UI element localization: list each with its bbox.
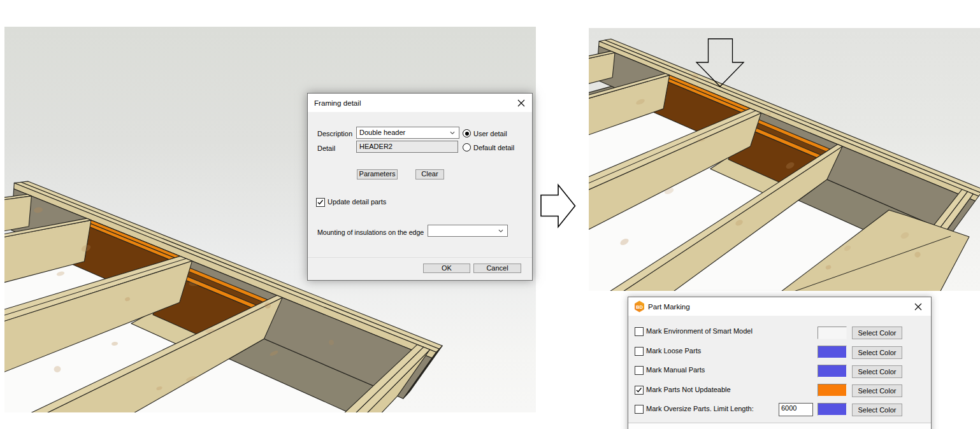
svg-text:BD: BD <box>636 304 643 310</box>
